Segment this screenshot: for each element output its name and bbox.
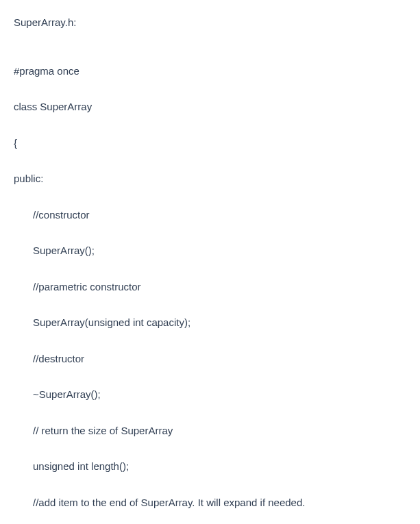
code-line: //constructor: [14, 206, 406, 224]
code-line: unsigned int length();: [14, 458, 406, 475]
code-line: //destructor: [14, 350, 406, 368]
code-line: class SuperArray: [14, 98, 406, 116]
code-block: #pragma once class SuperArray { public: …: [14, 44, 406, 524]
code-line: ~SuperArray();: [14, 386, 406, 403]
code-line: public:: [14, 170, 406, 188]
code-line: SuperArray(unsigned int capacity);: [14, 314, 406, 332]
code-line: // return the size of SuperArray: [14, 422, 406, 440]
code-line: //parametric constructor: [14, 278, 406, 296]
code-line: #pragma once: [14, 62, 406, 80]
code-line: SuperArray();: [14, 242, 406, 260]
filename-header: SuperArray.h:: [14, 14, 406, 32]
code-line: //add item to the end of SuperArray. It …: [14, 494, 406, 512]
code-line: {: [14, 134, 406, 152]
